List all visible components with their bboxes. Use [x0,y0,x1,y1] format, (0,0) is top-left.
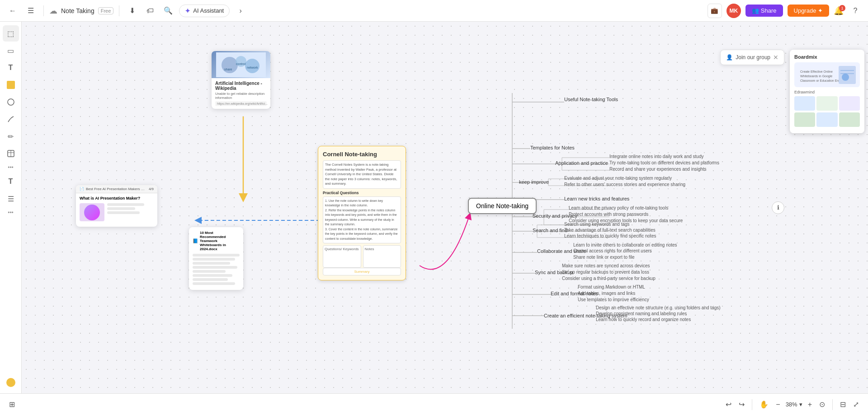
zoom-dropdown-icon: ▾ [799,401,802,408]
share-button[interactable]: 👥 Share [745,5,783,17]
cornell-question: Practical Questions [323,191,401,195]
sidebar-item-list[interactable]: ☰ [3,191,19,207]
join-close-button[interactable]: ✕ [773,54,778,61]
back-button[interactable]: ← [5,4,20,18]
sidebar-item-table[interactable] [3,145,19,162]
cornell-col1: Questions/ Keywords [323,245,361,268]
sidebar-item-shapes[interactable] [3,94,19,110]
app-name: Note Taking [61,7,94,14]
boardmix-cell-5 [816,112,837,127]
teamwork-embed[interactable]: 📘 10 Most Recommended Teamwork Whiteboar… [189,227,243,290]
ai-assistant-button[interactable]: ✦ AI Assistant [179,5,230,17]
wiki-content: Artificial Intelligence - Wikipedia Unab… [212,78,270,109]
sidebar-item-select[interactable]: ⬚ [3,25,19,42]
cornell-card[interactable]: Cornell Note-taking The Cornell Notes Sy… [318,146,406,280]
sidebar-item-frames[interactable]: ▭ [3,42,19,59]
boardmix-cell-2 [816,96,837,111]
mm-leaf-sec-1: Learn about the privacy policy of note-t… [569,205,668,210]
mm-leaf-search-3: Learn techniques to quickly find specifi… [564,233,656,238]
sidebar-dots-2: ••• [8,210,14,216]
tag-button[interactable]: 🏷 [143,4,157,18]
ai-label: AI Assistant [193,7,224,14]
menu-button[interactable]: ☰ [24,4,38,18]
help-button[interactable]: ? [848,4,863,18]
mm-leaf-sync-3: Consider using a third-party service for… [562,276,656,281]
search-button[interactable]: 🔍 [161,4,175,18]
cloud-icon: ☁ [49,6,57,16]
mm-leaf-app-1: Integrate online notes into daily work a… [609,154,703,159]
briefcase-button[interactable]: 💼 [708,4,722,18]
bottom-bar: ⊞ ↩ ↪ ✋ − 38% ▾ + ⊙ ⊟ ⤢ [0,393,868,415]
join-label: Join our group [736,54,770,61]
sidebar-item-pen[interactable] [3,111,19,127]
mm-category-application: Application and practice [555,160,608,166]
cornell-intro: The Cornell Notes System is a note-takin… [323,160,401,189]
mm-leaf-sec-2: Protect accounts with strong passwords [569,212,648,217]
mm-category-learn-tricks: Learn new tricks and features [564,196,629,201]
expand-button[interactable]: › [233,4,248,18]
notification-button[interactable]: 🔔 1 [834,6,844,16]
doc-page: 4/9 [149,187,154,191]
sidebar-item-sticky[interactable] [3,77,19,93]
wiki-title: Artificial Intelligence - Wikipedia [215,81,267,91]
info-button[interactable]: ℹ [772,201,784,214]
sidebar-item-text2[interactable]: T [3,173,19,190]
slide-panel-button[interactable]: ⊞ [7,398,17,410]
teamwork-header: 📘 10 Most Recommended Teamwork Whiteboar… [193,231,240,251]
bottom-divider [752,399,752,410]
mm-leaf-collab-2: Control access rights for different user… [573,248,652,253]
info-btn-container: ℹ [772,201,784,214]
mm-leaf-eff-2: Develop consistent naming and labeling r… [596,311,687,316]
hand-button[interactable]: ✋ [758,398,770,410]
sidebar: ⬚ ▭ T ✏ ••• T ☰ ••• B [0,22,22,415]
presentation-doc-embed[interactable]: 📄 Best Free AI Presentation Makers Revol… [76,185,157,227]
zoom-in-button[interactable]: + [806,399,814,410]
doc-header: 📄 Best Free AI Presentation Makers Revol… [76,185,157,193]
fullscreen-button[interactable]: ⤢ [851,398,861,410]
color-dot-yellow[interactable] [6,378,15,387]
svg-text:network: network [247,66,258,69]
share-icon: 👥 [752,7,759,14]
download-button[interactable]: ⬇ [125,4,139,18]
undo-button[interactable]: ↩ [724,398,733,410]
mm-leaf-edit-3: Use templates to improve efficiency [578,297,649,302]
zoom-out-button[interactable]: − [774,399,782,410]
upgrade-button[interactable]: Upgrade ✦ [788,5,829,17]
svg-point-48 [842,74,849,81]
app-badge: Free [98,7,114,14]
cornell-summary: Summary [323,268,401,275]
mm-leaf-edit-2: Add tables, images and links [578,291,635,296]
mm-leaf-collab-3: Share note link or export to file [573,255,635,260]
cornell-title: Cornell Note-taking [323,151,401,158]
redo-button[interactable]: ↪ [737,398,746,410]
sidebar-item-pencil[interactable]: ✏ [3,128,19,145]
fit-button[interactable]: ⊙ [817,398,827,410]
mm-leaf-eff-3: Learn how to quickly record and organize… [596,317,691,322]
teamwork-lines [193,254,240,285]
sidebar-item-text[interactable]: T [3,60,19,76]
mm-leaf-collab-1: Learn to invite others to collaborate on… [573,242,677,247]
mm-category-keep-improve: keep improve [519,179,549,185]
join-icon: 👤 [726,54,733,61]
center-node: Online Note-taking [468,198,537,214]
notif-badge: 1 [839,5,845,11]
boardmix-cell-4 [794,112,815,127]
ai-icon: ✦ [185,7,190,14]
mm-category-search: Search and find [533,228,567,233]
mm-leaf-sync-1: Make sure notes are synced across device… [562,263,650,268]
user-avatar[interactable]: MK [726,4,741,18]
boardmix-main-thumb: Create Effective Online Whiteboards in G… [794,62,860,87]
wikipedia-embed[interactable]: share control network Artificial Intelli… [212,51,270,109]
cornell-grid: Questions/ Keywords Notes [323,245,401,268]
toolbar-right: 💼 MK 👥 Share Upgrade ✦ 🔔 1 ? [708,4,863,18]
join-group-banner[interactable]: 👤 Join our group ✕ [720,50,784,65]
mm-leaf-improve-1: Evaluate and adjust your note-taking sys… [564,176,672,181]
present-button[interactable]: ⊟ [838,398,848,410]
mm-leaf-edit-1: Format using Markdown or HTML [578,284,645,289]
svg-text:share: share [224,68,232,71]
doc-body: What is AI Presentation Maker? [76,193,157,227]
mm-leaf-eff-1: Design an effective note structure (e.g.… [596,305,721,310]
svg-point-0 [8,99,14,105]
bottom-right: ↩ ↪ ✋ − 38% ▾ + ⊙ ⊟ ⤢ [724,398,861,410]
divider-2 [119,5,119,16]
